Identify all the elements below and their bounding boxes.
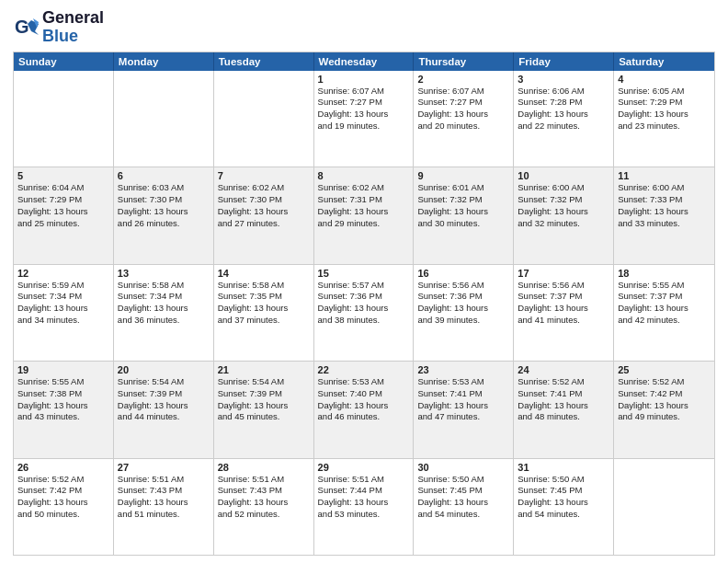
cell-info-line: Daylight: 13 hours (618, 303, 711, 315)
cell-info-line: and 50 minutes. (17, 509, 109, 521)
cell-info-line: Sunrise: 5:51 AM (318, 474, 410, 486)
cell-info-line: Sunset: 7:30 PM (118, 194, 210, 206)
cell-info-line: and 43 minutes. (17, 411, 109, 423)
calendar-cell: 8Sunrise: 6:02 AMSunset: 7:31 PMDaylight… (314, 167, 415, 263)
cell-info-line: Sunrise: 5:59 AM (17, 280, 109, 292)
header-day-tuesday: Tuesday (214, 52, 314, 71)
cell-info-line: Daylight: 13 hours (417, 497, 509, 509)
calendar-cell: 31Sunrise: 5:50 AMSunset: 7:45 PMDayligh… (514, 459, 614, 555)
calendar-cell: 27Sunrise: 5:51 AMSunset: 7:43 PMDayligh… (114, 459, 214, 555)
cell-info-line: Sunrise: 6:02 AM (218, 182, 310, 194)
day-number: 16 (417, 268, 509, 279)
cell-info-line: Sunset: 7:32 PM (518, 194, 609, 206)
cell-info-line: Sunset: 7:36 PM (318, 291, 410, 303)
calendar-cell: 13Sunrise: 5:58 AMSunset: 7:34 PMDayligh… (114, 265, 214, 361)
header-day-saturday: Saturday (614, 52, 714, 71)
day-number: 1 (318, 74, 410, 85)
calendar-cell: 30Sunrise: 5:50 AMSunset: 7:45 PMDayligh… (414, 459, 514, 555)
calendar-cell: 9Sunrise: 6:01 AMSunset: 7:32 PMDaylight… (414, 167, 514, 263)
day-number: 24 (518, 364, 609, 375)
cell-info-line: and 48 minutes. (518, 411, 609, 423)
cell-info-line: and 22 minutes. (518, 121, 609, 132)
cell-info-line: Sunrise: 5:53 AM (318, 376, 410, 388)
cell-info-line: Sunrise: 6:00 AM (518, 182, 609, 194)
header: G General Blue (13, 9, 715, 46)
cell-info-line: Sunset: 7:40 PM (318, 388, 410, 400)
calendar-cell: 7Sunrise: 6:02 AMSunset: 7:30 PMDaylight… (214, 167, 314, 263)
cell-info-line: Daylight: 13 hours (218, 206, 310, 218)
cell-info-line: Sunset: 7:39 PM (118, 388, 210, 400)
cell-info-line: Sunrise: 5:51 AM (118, 474, 210, 486)
cell-info-line: Sunset: 7:34 PM (17, 291, 109, 303)
cell-info-line: and 41 minutes. (518, 315, 609, 327)
cell-info-line: Sunset: 7:43 PM (218, 485, 310, 497)
cell-info-line: Daylight: 13 hours (518, 303, 609, 315)
calendar-cell: 10Sunrise: 6:00 AMSunset: 7:32 PMDayligh… (514, 167, 614, 263)
calendar-cell: 3Sunrise: 6:06 AMSunset: 7:28 PMDaylight… (514, 71, 614, 167)
calendar-cell (214, 71, 314, 167)
cell-info-line: Sunrise: 5:57 AM (318, 280, 410, 292)
cell-info-line: and 54 minutes. (518, 509, 609, 521)
cell-info-line: Sunrise: 6:03 AM (118, 182, 210, 194)
calendar-header: SundayMondayTuesdayWednesdayThursdayFrid… (14, 52, 714, 71)
calendar-cell: 26Sunrise: 5:52 AMSunset: 7:42 PMDayligh… (14, 459, 114, 555)
day-number: 7 (218, 170, 310, 181)
cell-info-line: Daylight: 13 hours (118, 400, 210, 412)
cell-info-line: and 23 minutes. (618, 121, 711, 132)
cell-info-line: Sunset: 7:34 PM (118, 291, 210, 303)
calendar-cell: 20Sunrise: 5:54 AMSunset: 7:39 PMDayligh… (114, 362, 214, 457)
cell-info-line: Sunrise: 5:56 AM (417, 280, 509, 292)
cell-info-line: Sunrise: 5:54 AM (218, 376, 310, 388)
cell-info-line: and 32 minutes. (518, 218, 609, 230)
cell-info-line: and 37 minutes. (218, 315, 310, 327)
cell-info-line: Daylight: 13 hours (318, 109, 410, 121)
cell-info-line: and 39 minutes. (417, 315, 509, 327)
cell-info-line: Sunset: 7:42 PM (17, 485, 109, 497)
day-number: 19 (17, 364, 109, 375)
day-number: 23 (417, 364, 509, 375)
cell-info-line: Sunrise: 5:55 AM (618, 280, 711, 292)
day-number: 12 (17, 268, 109, 279)
calendar: SundayMondayTuesdayWednesdayThursdayFrid… (13, 52, 715, 556)
logo-icon: G (13, 15, 39, 40)
cell-info-line: Sunset: 7:27 PM (318, 97, 410, 109)
cell-info-line: Sunset: 7:31 PM (318, 194, 410, 206)
cell-info-line: and 30 minutes. (417, 218, 509, 230)
logo-text: General Blue (42, 9, 104, 46)
cell-info-line: Daylight: 13 hours (17, 400, 109, 412)
calendar-cell: 17Sunrise: 5:56 AMSunset: 7:37 PMDayligh… (514, 265, 614, 361)
cell-info-line: Daylight: 13 hours (518, 497, 609, 509)
cell-info-line: Daylight: 13 hours (618, 206, 711, 218)
day-number: 20 (118, 364, 210, 375)
cell-info-line: Sunrise: 5:52 AM (17, 474, 109, 486)
calendar-row-0: 1Sunrise: 6:07 AMSunset: 7:27 PMDaylight… (14, 71, 714, 167)
cell-info-line: Daylight: 13 hours (17, 303, 109, 315)
cell-info-line: Sunset: 7:30 PM (218, 194, 310, 206)
calendar-cell (114, 71, 214, 167)
header-day-sunday: Sunday (14, 52, 114, 71)
calendar-cell: 11Sunrise: 6:00 AMSunset: 7:33 PMDayligh… (614, 167, 714, 263)
cell-info-line: Sunset: 7:43 PM (118, 485, 210, 497)
day-number: 3 (518, 74, 609, 85)
calendar-cell: 18Sunrise: 5:55 AMSunset: 7:37 PMDayligh… (614, 265, 714, 361)
cell-info-line: Daylight: 13 hours (118, 206, 210, 218)
header-day-thursday: Thursday (414, 52, 514, 71)
cell-info-line: Sunset: 7:33 PM (618, 194, 711, 206)
cell-info-line: Daylight: 13 hours (618, 109, 711, 121)
cell-info-line: and 26 minutes. (118, 218, 210, 230)
page: G General Blue SundayMondayTuesdayWednes… (0, 0, 728, 563)
cell-info-line: Sunrise: 5:58 AM (218, 280, 310, 292)
cell-info-line: and 38 minutes. (318, 315, 410, 327)
cell-info-line: Sunset: 7:42 PM (618, 388, 711, 400)
cell-info-line: Sunset: 7:38 PM (17, 388, 109, 400)
cell-info-line: Sunrise: 6:02 AM (318, 182, 410, 194)
calendar-row-1: 5Sunrise: 6:04 AMSunset: 7:29 PMDaylight… (14, 167, 714, 263)
cell-info-line: Sunset: 7:37 PM (518, 291, 609, 303)
day-number: 6 (118, 170, 210, 181)
cell-info-line: and 51 minutes. (118, 509, 210, 521)
calendar-row-2: 12Sunrise: 5:59 AMSunset: 7:34 PMDayligh… (14, 264, 714, 361)
day-number: 14 (218, 268, 310, 279)
cell-info-line: Sunrise: 5:54 AM (118, 376, 210, 388)
cell-info-line: Sunrise: 6:01 AM (417, 182, 509, 194)
cell-info-line: and 19 minutes. (318, 121, 410, 132)
